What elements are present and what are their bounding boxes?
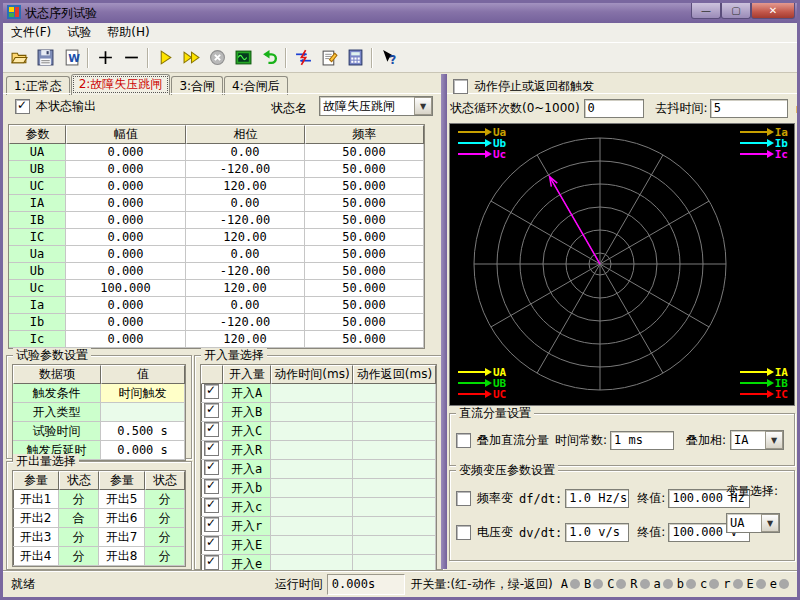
chevron-down-icon[interactable]: ▼ (761, 514, 779, 532)
menu-file[interactable]: 文件(F) (3, 22, 59, 43)
col-header[interactable]: 动作返回(ms) (353, 365, 436, 384)
magnitude-cell[interactable]: 0.000 (66, 314, 186, 331)
phase-cell[interactable]: 120.00 (186, 280, 305, 297)
phase-cell[interactable]: -120.00 (186, 161, 305, 178)
frequency-cell[interactable]: 50.000 (305, 280, 424, 297)
chevron-down-icon[interactable]: ▼ (765, 431, 783, 449)
dout-state[interactable]: 分 (59, 490, 99, 509)
phase-cell[interactable]: -120.00 (186, 263, 305, 280)
stop-icon[interactable] (204, 46, 230, 70)
phase-cell[interactable]: 0.00 (186, 195, 305, 212)
dout-state[interactable]: 分 (59, 547, 99, 566)
phase-cell[interactable]: 120.00 (186, 178, 305, 195)
phase-cell[interactable]: -120.00 (186, 314, 305, 331)
col-header-value[interactable]: 值 (101, 365, 185, 384)
dc-tc-input[interactable]: 1 ms (610, 431, 674, 450)
col-header[interactable]: 参量 (13, 471, 59, 490)
freq-rate-input[interactable]: 1.0 Hz/s (565, 489, 629, 508)
volt-enable-checkbox[interactable] (456, 525, 471, 540)
col-header-dataitem[interactable]: 数据项 (13, 365, 101, 384)
din-checkbox[interactable] (204, 403, 219, 418)
phase-cell[interactable]: 0.00 (186, 246, 305, 263)
dc-enable-checkbox[interactable] (456, 433, 471, 448)
start-test-icon[interactable] (152, 46, 178, 70)
col-header[interactable]: 开入量 (223, 365, 271, 384)
magnitude-cell[interactable]: 0.000 (66, 178, 186, 195)
splitter-bar[interactable] (441, 74, 447, 569)
freq-enable-checkbox[interactable] (456, 491, 471, 506)
magnitude-cell[interactable]: 0.000 (66, 229, 186, 246)
dout-state[interactable]: 分 (59, 528, 99, 547)
trigger-mode-checkbox[interactable] (453, 79, 468, 94)
variable-select-combobox[interactable]: UA ▼ (726, 513, 780, 533)
value-cell[interactable]: 时间触发 (101, 384, 185, 403)
magnitude-cell[interactable]: 0.000 (66, 263, 186, 280)
dout-state[interactable]: 分 (145, 547, 185, 566)
export-word-icon[interactable]: W (58, 46, 84, 70)
debounce-input[interactable]: 5 (710, 99, 788, 118)
state-output-checkbox[interactable] (15, 99, 30, 114)
frequency-cell[interactable]: 50.000 (305, 331, 424, 348)
col-header[interactable]: 状态 (145, 471, 185, 490)
col-header-frequency[interactable]: 频率 (305, 125, 424, 144)
magnitude-cell[interactable]: 0.000 (66, 212, 186, 229)
title-bar[interactable]: 状态序列试验 — ▢ ✕ (3, 3, 797, 23)
phase-cell[interactable]: 0.00 (186, 144, 305, 161)
waveform-display-icon[interactable] (230, 46, 256, 70)
phase-cell[interactable]: -120.00 (186, 212, 305, 229)
value-cell[interactable]: 0.000 s (101, 441, 185, 460)
volt-rate-input[interactable]: 1.0 v/s (565, 523, 629, 542)
din-checkbox[interactable] (204, 460, 219, 475)
state-name-combobox[interactable]: 故障失压跳闸 ▼ (319, 96, 433, 116)
dc-phase-combobox[interactable]: IA ▼ (730, 430, 784, 450)
magnitude-cell[interactable]: 0.000 (66, 161, 186, 178)
col-header-magnitude[interactable]: 幅值 (66, 125, 186, 144)
undo-icon[interactable] (256, 46, 282, 70)
tab-state-2[interactable]: 2:故障失压跳闸 (71, 74, 171, 95)
menu-help[interactable]: 帮助(H) (99, 22, 157, 43)
dout-state[interactable]: 分 (145, 509, 185, 528)
frequency-cell[interactable]: 50.000 (305, 229, 424, 246)
value-cell[interactable]: 0.500 s (101, 422, 185, 441)
din-checkbox[interactable] (204, 422, 219, 437)
din-checkbox[interactable] (204, 498, 219, 513)
frequency-cell[interactable]: 50.000 (305, 314, 424, 331)
frequency-cell[interactable]: 50.000 (305, 297, 424, 314)
frequency-cell[interactable]: 50.000 (305, 246, 424, 263)
add-state-icon[interactable] (92, 46, 118, 70)
frequency-cell[interactable]: 50.000 (305, 212, 424, 229)
phase-cell[interactable]: 0.00 (186, 297, 305, 314)
fast-run-icon[interactable] (178, 46, 204, 70)
din-checkbox[interactable] (204, 479, 219, 494)
dout-state[interactable]: 分 (145, 490, 185, 509)
context-help-icon[interactable]: ? (376, 46, 402, 70)
maximize-button[interactable]: ▢ (721, 3, 751, 19)
chevron-down-icon[interactable]: ▼ (414, 97, 432, 115)
din-checkbox[interactable] (204, 555, 219, 570)
phase-cell[interactable]: 120.00 (186, 331, 305, 348)
phase-cell[interactable]: 120.00 (186, 229, 305, 246)
magnitude-cell[interactable]: 100.000 (66, 280, 186, 297)
din-checkbox[interactable] (204, 517, 219, 532)
magnitude-cell[interactable]: 0.000 (66, 246, 186, 263)
frequency-cell[interactable]: 50.000 (305, 161, 424, 178)
col-header[interactable]: 参量 (99, 471, 145, 490)
frequency-cell[interactable]: 50.000 (305, 178, 424, 195)
frequency-cell[interactable]: 50.000 (305, 263, 424, 280)
col-header[interactable]: 状态 (59, 471, 99, 490)
remove-state-icon[interactable] (118, 46, 144, 70)
frequency-cell[interactable]: 50.000 (305, 195, 424, 212)
dout-state[interactable]: 合 (59, 509, 99, 528)
menu-test[interactable]: 试验 (59, 22, 99, 43)
frequency-cell[interactable]: 50.000 (305, 144, 424, 161)
loop-count-input[interactable]: 0 (584, 99, 644, 118)
open-icon[interactable] (6, 46, 32, 70)
col-header[interactable]: 动作时间(ms) (271, 365, 353, 384)
magnitude-cell[interactable]: 0.000 (66, 331, 186, 348)
calculator-icon[interactable] (342, 46, 368, 70)
din-checkbox[interactable] (204, 384, 219, 399)
phasor-output-icon[interactable] (290, 46, 316, 70)
report-icon[interactable] (316, 46, 342, 70)
din-checkbox[interactable] (204, 441, 219, 456)
minimize-button[interactable]: — (691, 3, 721, 19)
